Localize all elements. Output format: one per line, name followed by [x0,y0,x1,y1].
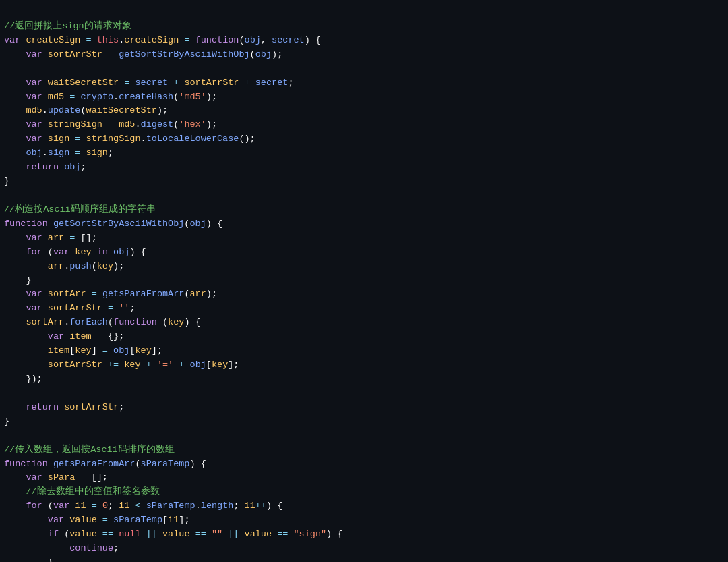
code-block: //返回拼接上sign的请求对象 var createSign = this.c… [4,5,728,562]
code-container: //返回拼接上sign的请求对象 var createSign = this.c… [0,0,728,562]
